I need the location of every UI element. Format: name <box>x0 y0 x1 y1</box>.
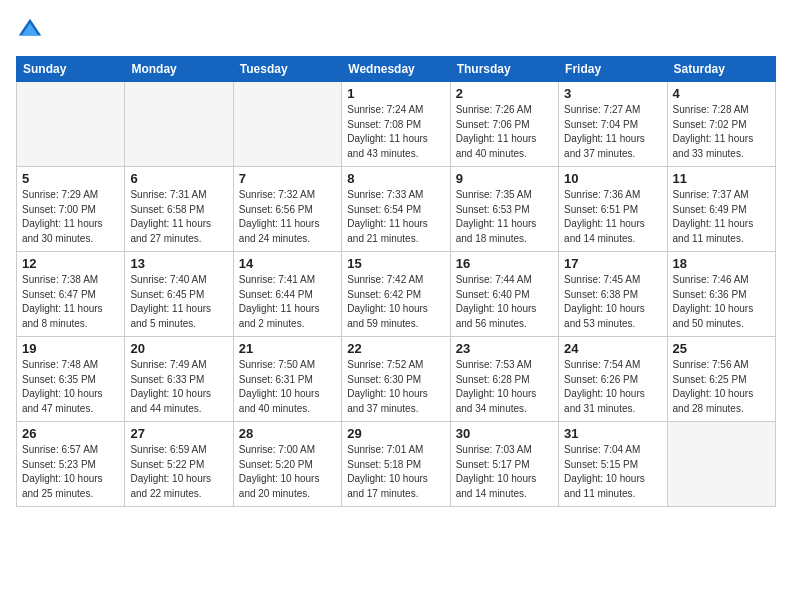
day-number: 5 <box>22 171 119 186</box>
day-cell <box>17 82 125 167</box>
day-cell: 18Sunrise: 7:46 AM Sunset: 6:36 PM Dayli… <box>667 252 775 337</box>
day-number: 11 <box>673 171 770 186</box>
day-number: 7 <box>239 171 336 186</box>
day-cell: 13Sunrise: 7:40 AM Sunset: 6:45 PM Dayli… <box>125 252 233 337</box>
day-number: 25 <box>673 341 770 356</box>
week-row-5: 26Sunrise: 6:57 AM Sunset: 5:23 PM Dayli… <box>17 422 776 507</box>
day-info: Sunrise: 7:32 AM Sunset: 6:56 PM Dayligh… <box>239 188 336 246</box>
weekday-header-saturday: Saturday <box>667 57 775 82</box>
day-info: Sunrise: 7:44 AM Sunset: 6:40 PM Dayligh… <box>456 273 553 331</box>
day-number: 4 <box>673 86 770 101</box>
day-cell: 21Sunrise: 7:50 AM Sunset: 6:31 PM Dayli… <box>233 337 341 422</box>
weekday-header-sunday: Sunday <box>17 57 125 82</box>
day-cell: 23Sunrise: 7:53 AM Sunset: 6:28 PM Dayli… <box>450 337 558 422</box>
day-cell: 15Sunrise: 7:42 AM Sunset: 6:42 PM Dayli… <box>342 252 450 337</box>
day-info: Sunrise: 7:49 AM Sunset: 6:33 PM Dayligh… <box>130 358 227 416</box>
day-info: Sunrise: 7:38 AM Sunset: 6:47 PM Dayligh… <box>22 273 119 331</box>
day-info: Sunrise: 7:50 AM Sunset: 6:31 PM Dayligh… <box>239 358 336 416</box>
day-info: Sunrise: 7:42 AM Sunset: 6:42 PM Dayligh… <box>347 273 444 331</box>
day-number: 20 <box>130 341 227 356</box>
day-info: Sunrise: 7:04 AM Sunset: 5:15 PM Dayligh… <box>564 443 661 501</box>
day-cell: 14Sunrise: 7:41 AM Sunset: 6:44 PM Dayli… <box>233 252 341 337</box>
day-cell: 26Sunrise: 6:57 AM Sunset: 5:23 PM Dayli… <box>17 422 125 507</box>
day-cell: 19Sunrise: 7:48 AM Sunset: 6:35 PM Dayli… <box>17 337 125 422</box>
day-number: 14 <box>239 256 336 271</box>
day-info: Sunrise: 7:37 AM Sunset: 6:49 PM Dayligh… <box>673 188 770 246</box>
day-info: Sunrise: 7:00 AM Sunset: 5:20 PM Dayligh… <box>239 443 336 501</box>
logo <box>16 16 48 44</box>
day-cell <box>667 422 775 507</box>
calendar-table: SundayMondayTuesdayWednesdayThursdayFrid… <box>16 56 776 507</box>
day-cell: 11Sunrise: 7:37 AM Sunset: 6:49 PM Dayli… <box>667 167 775 252</box>
day-info: Sunrise: 7:31 AM Sunset: 6:58 PM Dayligh… <box>130 188 227 246</box>
day-cell: 22Sunrise: 7:52 AM Sunset: 6:30 PM Dayli… <box>342 337 450 422</box>
day-number: 12 <box>22 256 119 271</box>
day-info: Sunrise: 7:27 AM Sunset: 7:04 PM Dayligh… <box>564 103 661 161</box>
day-info: Sunrise: 7:33 AM Sunset: 6:54 PM Dayligh… <box>347 188 444 246</box>
day-cell: 8Sunrise: 7:33 AM Sunset: 6:54 PM Daylig… <box>342 167 450 252</box>
day-cell: 24Sunrise: 7:54 AM Sunset: 6:26 PM Dayli… <box>559 337 667 422</box>
day-info: Sunrise: 7:45 AM Sunset: 6:38 PM Dayligh… <box>564 273 661 331</box>
day-info: Sunrise: 6:59 AM Sunset: 5:22 PM Dayligh… <box>130 443 227 501</box>
day-info: Sunrise: 7:48 AM Sunset: 6:35 PM Dayligh… <box>22 358 119 416</box>
day-cell <box>125 82 233 167</box>
day-number: 28 <box>239 426 336 441</box>
day-number: 9 <box>456 171 553 186</box>
day-number: 26 <box>22 426 119 441</box>
day-number: 30 <box>456 426 553 441</box>
weekday-header-friday: Friday <box>559 57 667 82</box>
day-number: 15 <box>347 256 444 271</box>
day-info: Sunrise: 7:29 AM Sunset: 7:00 PM Dayligh… <box>22 188 119 246</box>
day-cell: 7Sunrise: 7:32 AM Sunset: 6:56 PM Daylig… <box>233 167 341 252</box>
day-info: Sunrise: 7:36 AM Sunset: 6:51 PM Dayligh… <box>564 188 661 246</box>
day-info: Sunrise: 6:57 AM Sunset: 5:23 PM Dayligh… <box>22 443 119 501</box>
day-cell: 17Sunrise: 7:45 AM Sunset: 6:38 PM Dayli… <box>559 252 667 337</box>
week-row-1: 1Sunrise: 7:24 AM Sunset: 7:08 PM Daylig… <box>17 82 776 167</box>
weekday-header-monday: Monday <box>125 57 233 82</box>
day-cell: 31Sunrise: 7:04 AM Sunset: 5:15 PM Dayli… <box>559 422 667 507</box>
day-number: 1 <box>347 86 444 101</box>
day-cell: 29Sunrise: 7:01 AM Sunset: 5:18 PM Dayli… <box>342 422 450 507</box>
weekday-header-row: SundayMondayTuesdayWednesdayThursdayFrid… <box>17 57 776 82</box>
day-cell: 30Sunrise: 7:03 AM Sunset: 5:17 PM Dayli… <box>450 422 558 507</box>
day-cell: 3Sunrise: 7:27 AM Sunset: 7:04 PM Daylig… <box>559 82 667 167</box>
day-number: 2 <box>456 86 553 101</box>
day-info: Sunrise: 7:40 AM Sunset: 6:45 PM Dayligh… <box>130 273 227 331</box>
day-info: Sunrise: 7:46 AM Sunset: 6:36 PM Dayligh… <box>673 273 770 331</box>
day-number: 10 <box>564 171 661 186</box>
week-row-4: 19Sunrise: 7:48 AM Sunset: 6:35 PM Dayli… <box>17 337 776 422</box>
day-number: 18 <box>673 256 770 271</box>
day-info: Sunrise: 7:35 AM Sunset: 6:53 PM Dayligh… <box>456 188 553 246</box>
page-header <box>16 16 776 44</box>
day-info: Sunrise: 7:54 AM Sunset: 6:26 PM Dayligh… <box>564 358 661 416</box>
day-info: Sunrise: 7:28 AM Sunset: 7:02 PM Dayligh… <box>673 103 770 161</box>
day-number: 6 <box>130 171 227 186</box>
day-cell: 2Sunrise: 7:26 AM Sunset: 7:06 PM Daylig… <box>450 82 558 167</box>
day-info: Sunrise: 7:26 AM Sunset: 7:06 PM Dayligh… <box>456 103 553 161</box>
day-cell: 9Sunrise: 7:35 AM Sunset: 6:53 PM Daylig… <box>450 167 558 252</box>
day-cell: 1Sunrise: 7:24 AM Sunset: 7:08 PM Daylig… <box>342 82 450 167</box>
day-cell: 28Sunrise: 7:00 AM Sunset: 5:20 PM Dayli… <box>233 422 341 507</box>
day-number: 24 <box>564 341 661 356</box>
weekday-header-thursday: Thursday <box>450 57 558 82</box>
day-number: 22 <box>347 341 444 356</box>
weekday-header-wednesday: Wednesday <box>342 57 450 82</box>
day-info: Sunrise: 7:56 AM Sunset: 6:25 PM Dayligh… <box>673 358 770 416</box>
day-number: 29 <box>347 426 444 441</box>
day-cell: 20Sunrise: 7:49 AM Sunset: 6:33 PM Dayli… <box>125 337 233 422</box>
day-number: 3 <box>564 86 661 101</box>
day-cell: 5Sunrise: 7:29 AM Sunset: 7:00 PM Daylig… <box>17 167 125 252</box>
day-number: 19 <box>22 341 119 356</box>
day-info: Sunrise: 7:52 AM Sunset: 6:30 PM Dayligh… <box>347 358 444 416</box>
day-cell: 12Sunrise: 7:38 AM Sunset: 6:47 PM Dayli… <box>17 252 125 337</box>
weekday-header-tuesday: Tuesday <box>233 57 341 82</box>
day-cell <box>233 82 341 167</box>
day-info: Sunrise: 7:53 AM Sunset: 6:28 PM Dayligh… <box>456 358 553 416</box>
week-row-2: 5Sunrise: 7:29 AM Sunset: 7:00 PM Daylig… <box>17 167 776 252</box>
day-number: 16 <box>456 256 553 271</box>
day-number: 17 <box>564 256 661 271</box>
day-number: 23 <box>456 341 553 356</box>
day-number: 8 <box>347 171 444 186</box>
day-cell: 6Sunrise: 7:31 AM Sunset: 6:58 PM Daylig… <box>125 167 233 252</box>
day-cell: 10Sunrise: 7:36 AM Sunset: 6:51 PM Dayli… <box>559 167 667 252</box>
